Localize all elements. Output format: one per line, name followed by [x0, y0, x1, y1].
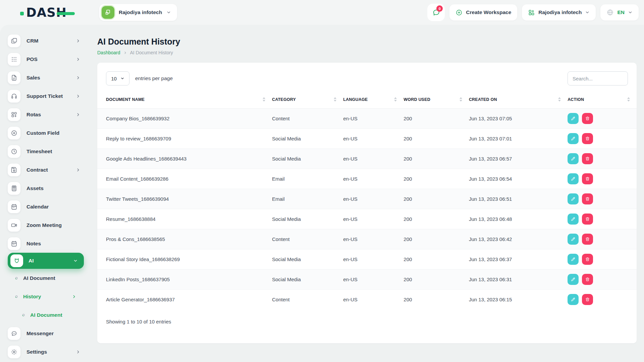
chevron-down-icon	[628, 10, 633, 15]
breadcrumb-dashboard-link[interactable]: Dashboard	[97, 50, 120, 55]
sidebar-item-timesheet[interactable]: Timesheet	[0, 142, 87, 161]
category-cell: Email	[272, 189, 343, 209]
sidebar-item-calendar[interactable]: Calendar	[0, 197, 87, 216]
sort-icon[interactable]	[263, 97, 265, 102]
delete-button[interactable]	[582, 113, 593, 124]
sidebar-item-contract[interactable]: Contract	[0, 161, 87, 179]
language-cell: en-US	[343, 249, 404, 269]
category-cell: Email	[272, 169, 343, 189]
breadcrumb-current: AI Document History	[130, 50, 173, 55]
entries-per-page-select[interactable]: 10	[106, 71, 129, 85]
sidebar-item-crm[interactable]: CRM	[0, 32, 87, 50]
edit-button[interactable]	[568, 214, 579, 225]
table-row: Company Bios_1686639932 Content en-US 20…	[97, 108, 637, 128]
sidebar-item-zoom-meeting[interactable]: Zoom Meeting	[0, 216, 87, 234]
search-input[interactable]	[568, 71, 628, 85]
sidebar-item-assets[interactable]: Assets	[0, 179, 87, 197]
sidebar-item-rotas[interactable]: Rotas	[0, 105, 87, 124]
history-table: DOCUMENT NAME CATEGORY LANGUAGE WORD USE…	[97, 91, 637, 309]
sidebar-item-sales[interactable]: Sales	[0, 68, 87, 87]
delete-button[interactable]	[582, 173, 593, 184]
gear-icon	[8, 346, 20, 358]
table-row: Google Ads Headlines_1686639443 Social M…	[97, 148, 637, 169]
sidebar-item-support-ticket[interactable]: Support Ticket	[0, 87, 87, 105]
language-selector[interactable]: EN	[600, 4, 639, 20]
sort-icon[interactable]	[334, 97, 336, 102]
action-cell	[568, 249, 637, 269]
delete-button[interactable]	[582, 234, 593, 245]
workspace-menu-button[interactable]: Rajodiya infotech	[522, 4, 596, 20]
workspace-switcher-label: Rajodiya infotech	[119, 9, 162, 15]
edit-button[interactable]	[568, 294, 579, 305]
created-on-cell: Jun 13, 2023 06:31	[469, 269, 568, 289]
table-header: DOCUMENT NAME CATEGORY LANGUAGE WORD USE…	[97, 91, 637, 108]
sidebar-item-messenger[interactable]: Messenger	[0, 324, 87, 343]
sort-icon[interactable]	[558, 97, 561, 102]
delete-button[interactable]	[582, 214, 593, 225]
category-cell: Content	[272, 229, 343, 249]
sidebar-subitem-history[interactable]: History	[0, 287, 87, 306]
document-name-cell: Fictional Story Idea_1686638269	[97, 249, 272, 269]
workspace-switcher[interactable]: Rajodiya infotech	[99, 4, 177, 21]
messages-button[interactable]: 0	[427, 4, 445, 21]
delete-button[interactable]	[582, 153, 593, 164]
action-cell	[568, 209, 637, 229]
edit-button[interactable]	[568, 153, 579, 164]
sort-icon[interactable]	[460, 97, 462, 102]
table-row: LinkedIn Posts_1686637905 Social Media e…	[97, 269, 637, 289]
create-workspace-button[interactable]: Create Workspace	[449, 4, 517, 20]
created-on-cell: Jun 13, 2023 06:37	[469, 249, 568, 269]
delete-button[interactable]	[582, 254, 593, 265]
created-on-cell: Jun 13, 2023 06:54	[469, 169, 568, 189]
action-cell	[568, 148, 637, 169]
edit-button[interactable]	[568, 173, 579, 184]
action-cell	[568, 169, 637, 189]
sidebar-item-notes[interactable]: Notes	[0, 234, 87, 253]
language-cell: en-US	[343, 148, 404, 169]
table-row: Fictional Story Idea_1686638269 Social M…	[97, 249, 637, 269]
edit-button[interactable]	[568, 193, 579, 204]
delete-button[interactable]	[582, 193, 593, 204]
app-logo[interactable]: DASH	[0, 5, 87, 20]
sidebar-item-pos[interactable]: POS	[0, 50, 87, 68]
delete-button[interactable]	[582, 133, 593, 144]
workspace-menu-label: Rajodiya infotech	[538, 9, 582, 15]
calendar-icon	[8, 237, 20, 250]
chevron-right-icon	[123, 51, 127, 55]
document-name-cell: Reply to review_1686639709	[97, 128, 272, 148]
main-content: AI Document History Dashboard AI Documen…	[87, 25, 644, 362]
edit-button[interactable]	[568, 274, 579, 285]
delete-button[interactable]	[582, 294, 593, 305]
bullet-icon	[14, 276, 18, 280]
document-name-cell: Twitter Tweets_1686639094	[97, 189, 272, 209]
sidebar-item-settings[interactable]: Settings	[0, 343, 87, 361]
table-row: Twitter Tweets_1686639094 Email en-US 20…	[97, 189, 637, 209]
category-cell: Social Media	[272, 128, 343, 148]
edit-button[interactable]	[568, 234, 579, 245]
chevron-right-icon	[76, 75, 80, 80]
language-cell: en-US	[343, 229, 404, 249]
chevron-down-icon	[166, 10, 171, 15]
sidebar-item-custom-field[interactable]: Custom Field	[0, 124, 87, 142]
messages-badge: 0	[436, 5, 443, 12]
language-cell: en-US	[343, 169, 404, 189]
clock-icon	[8, 145, 20, 158]
chevron-right-icon	[72, 294, 76, 299]
edit-button[interactable]	[568, 254, 579, 265]
action-cell	[568, 128, 637, 148]
category-cell: Social Media	[272, 209, 343, 229]
delete-button[interactable]	[582, 274, 593, 285]
headset-icon	[8, 90, 20, 103]
sort-icon[interactable]	[394, 97, 397, 102]
edit-button[interactable]	[568, 133, 579, 144]
sidebar-item-ai[interactable]: AI	[8, 253, 84, 269]
top-right-actions: 0 Create Workspace Rajodiya infotech	[427, 4, 639, 21]
sidebar-subitem-ai-document[interactable]: AI Document	[0, 269, 87, 287]
top-bar: DASH Rajodiya infotech 0 Create Workspac…	[0, 0, 644, 25]
entries-per-page-label: entries per page	[135, 75, 173, 81]
word-used-cell: 200	[404, 289, 469, 309]
edit-button[interactable]	[568, 113, 579, 124]
word-used-cell: 200	[404, 189, 469, 209]
sort-icon[interactable]	[627, 97, 630, 102]
sidebar-subitem-ai-document[interactable]: AI Document	[0, 306, 87, 324]
